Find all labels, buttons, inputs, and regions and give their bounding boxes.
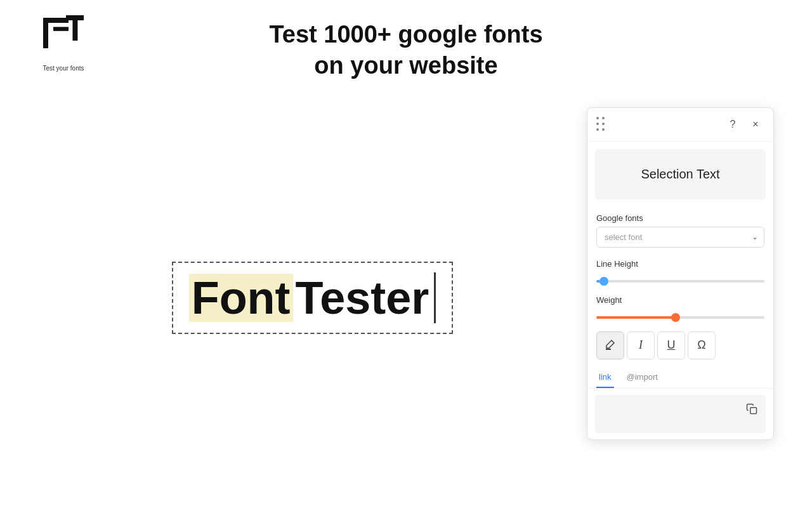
font-word: Font <box>189 274 293 322</box>
style-buttons-row: I U Ω <box>587 326 773 364</box>
selection-text-label: Selection Text <box>641 167 719 181</box>
panel-actions: ? × <box>724 116 764 133</box>
tab-link[interactable]: link <box>596 367 614 388</box>
line-height-label: Line Height <box>596 259 764 269</box>
canvas-area: Font Tester <box>38 107 587 488</box>
copy-icon <box>746 403 757 415</box>
google-fonts-label: Google fonts <box>596 213 764 223</box>
underline-button[interactable]: U <box>657 331 685 359</box>
drag-dot <box>596 128 599 131</box>
selection-text-box: Selection Text <box>595 149 766 199</box>
font-select-wrapper: select font ⌄ <box>596 227 764 248</box>
omega-icon: Ω <box>697 338 705 352</box>
weight-slider[interactable] <box>596 316 764 319</box>
logo-tagline: Test your fonts <box>43 65 84 72</box>
tabs-section: link @import <box>587 364 773 389</box>
logo: Test your fonts <box>38 13 89 72</box>
line-height-slider[interactable] <box>596 280 764 283</box>
google-fonts-section: Google fonts select font ⌄ <box>587 207 773 254</box>
drag-dot <box>602 123 605 125</box>
dashed-border-container: Font Tester <box>172 262 454 334</box>
page-title: Test 1000+ google fonts on your website <box>269 19 542 82</box>
weight-label: Weight <box>596 295 764 305</box>
logo-icon <box>38 13 89 64</box>
code-box <box>595 395 766 433</box>
svg-rect-4 <box>72 15 77 41</box>
svg-rect-1 <box>43 18 69 23</box>
drag-dot <box>602 128 605 131</box>
copy-button[interactable] <box>743 400 761 418</box>
drag-dot <box>596 117 599 119</box>
drag-handle[interactable] <box>596 117 606 132</box>
drag-dot <box>596 123 599 125</box>
omega-button[interactable]: Ω <box>688 331 716 359</box>
close-button[interactable]: × <box>747 116 764 133</box>
underline-icon: U <box>667 338 676 352</box>
font-select[interactable]: select font <box>596 227 764 248</box>
drag-dot <box>602 117 605 119</box>
highlight-button[interactable] <box>596 331 624 359</box>
tester-word: Tester <box>293 274 432 322</box>
svg-rect-2 <box>53 27 69 30</box>
svg-rect-5 <box>606 349 611 350</box>
help-button[interactable]: ? <box>724 116 742 133</box>
panel-header: ? × <box>587 108 773 142</box>
svg-rect-6 <box>750 408 757 414</box>
text-cursor <box>434 272 436 323</box>
highlight-icon <box>604 339 617 352</box>
tab-import[interactable]: @import <box>624 367 660 388</box>
line-height-section: Line Height <box>587 254 773 290</box>
text-selection-box: Font Tester <box>172 262 454 334</box>
italic-icon: I <box>639 338 643 352</box>
weight-section: Weight <box>587 290 773 326</box>
italic-button[interactable]: I <box>627 331 655 359</box>
right-panel: ? × Selection Text Google fonts select f… <box>587 107 774 440</box>
main-content: Font Tester ? × Se <box>0 95 812 501</box>
page-header: Test your fonts Test 1000+ google fonts … <box>0 0 812 95</box>
font-tester-text: Font Tester <box>189 274 432 322</box>
